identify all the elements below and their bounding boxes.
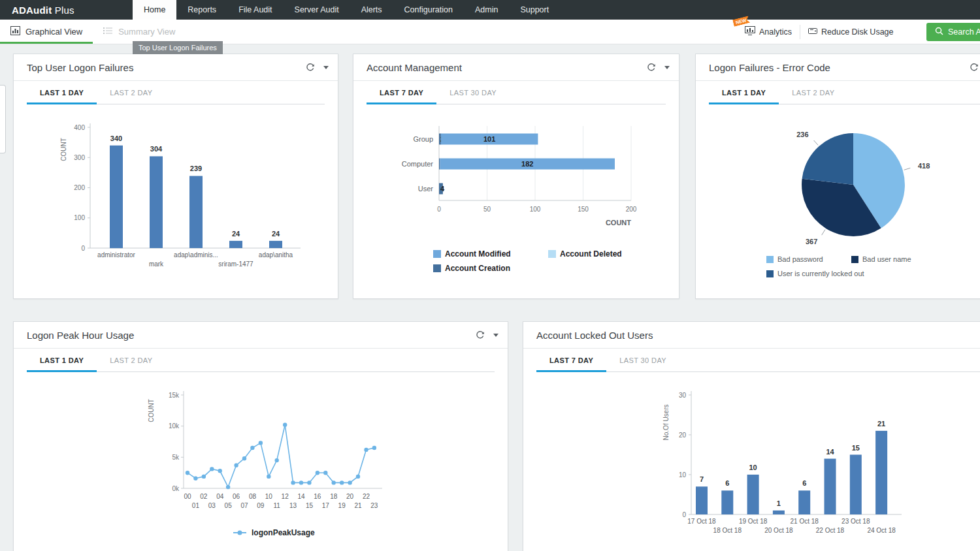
svg-text:23 Oct 18: 23 Oct 18	[841, 518, 870, 525]
svg-text:30: 30	[679, 392, 687, 399]
svg-text:10: 10	[265, 493, 273, 500]
svg-text:06: 06	[233, 493, 240, 500]
left-panel-handle[interactable]	[0, 85, 6, 153]
card-tabs: LAST 1 DAYLAST 2 DAY	[27, 81, 325, 104]
svg-text:150: 150	[578, 206, 589, 213]
chevron-down-icon[interactable]	[493, 334, 498, 337]
svg-text:18 Oct 18: 18 Oct 18	[713, 527, 742, 534]
svg-text:00: 00	[184, 493, 191, 500]
summary-view-button[interactable]: Summary View	[93, 20, 186, 44]
svg-text:adap\anitha: adap\anitha	[259, 251, 293, 259]
svg-text:Bad password: Bad password	[777, 255, 823, 263]
nav-item-configuration[interactable]: Configuration	[393, 0, 464, 20]
svg-text:04: 04	[216, 493, 224, 500]
tab-last-2-day[interactable]: LAST 2 DAY	[97, 349, 165, 372]
nav-item-admin[interactable]: Admin	[464, 0, 509, 20]
svg-text:15k: 15k	[169, 392, 180, 399]
svg-text:02: 02	[200, 493, 208, 500]
tab-last-7-day[interactable]: LAST 7 DAY	[367, 81, 436, 104]
reduce-disk-usage-button[interactable]: Reduce Disk Usage	[808, 26, 893, 37]
svg-text:300: 300	[74, 154, 85, 161]
svg-text:Account Modified: Account Modified	[445, 249, 511, 259]
svg-text:03: 03	[208, 502, 216, 509]
svg-text:400: 400	[74, 124, 85, 131]
card-title: Account Locked Out Users	[536, 330, 653, 341]
card-actions	[647, 63, 670, 72]
chevron-down-icon[interactable]	[664, 66, 670, 69]
nav-item-alerts[interactable]: Alerts	[350, 0, 393, 20]
nav-item-home[interactable]: Home	[133, 0, 176, 20]
svg-text:239: 239	[190, 165, 202, 172]
tab-last-2-day[interactable]: LAST 2 DAY	[97, 81, 165, 104]
card-header: Logon Failures - Error Code	[696, 54, 980, 81]
svg-text:COUNT: COUNT	[606, 219, 631, 227]
svg-text:19: 19	[338, 502, 346, 509]
svg-text:Account Creation: Account Creation	[445, 264, 510, 273]
tab-last-2-day[interactable]: LAST 2 DAY	[779, 81, 847, 104]
search-archives-button[interactable]: Search Arc	[926, 23, 980, 41]
analytics-button[interactable]: NEW Analytics	[745, 26, 792, 37]
svg-text:200: 200	[74, 184, 85, 191]
svg-text:08: 08	[249, 493, 257, 500]
tab-last-7-day[interactable]: LAST 7 DAY	[536, 349, 606, 372]
summary-view-tooltip: Top User Logon Failures	[133, 41, 223, 54]
svg-text:50: 50	[483, 206, 491, 213]
search-icon	[935, 27, 943, 37]
svg-text:10: 10	[749, 464, 757, 471]
svg-text:No.Of Users: No.Of Users	[662, 404, 670, 440]
svg-text:18: 18	[330, 493, 338, 500]
tab-last-30-day[interactable]: LAST 30 DAY	[606, 349, 679, 372]
svg-text:adap\adminis...: adap\adminis...	[174, 251, 218, 259]
nav-item-reports[interactable]: Reports	[176, 0, 227, 20]
card-account-management: Account Management LAST 7 DAYLAST 30 DAY…	[353, 54, 679, 299]
svg-text:User: User	[418, 185, 434, 193]
chevron-down-icon[interactable]	[323, 66, 329, 69]
svg-text:7: 7	[700, 475, 704, 483]
svg-text:07: 07	[240, 502, 248, 509]
svg-text:01: 01	[192, 502, 200, 509]
card-tabs: LAST 1 DAYLAST 2 DAY	[709, 81, 980, 104]
main-nav: HomeReportsFile AuditServer AuditAlertsC…	[133, 0, 560, 20]
reduce-disk-usage-label: Reduce Disk Usage	[821, 27, 893, 37]
card-header: Logon Peak Hour Usage	[14, 322, 508, 349]
svg-text:0: 0	[81, 245, 85, 252]
card-logon-failures-error-code: Logon Failures - Error Code LAST 1 DAYLA…	[695, 54, 980, 299]
tab-last-30-day[interactable]: LAST 30 DAY	[436, 81, 510, 104]
nav-item-server-audit[interactable]: Server Audit	[284, 0, 350, 20]
svg-text:24: 24	[232, 230, 240, 238]
svg-text:101: 101	[483, 135, 495, 143]
refresh-icon[interactable]	[476, 330, 485, 339]
nav-item-support[interactable]: Support	[509, 0, 560, 20]
tab-last-1-day[interactable]: LAST 1 DAY	[27, 81, 97, 104]
card-top-user-logon-failures: Top User Logon Failures LAST 1 DAYLAST 2…	[13, 54, 338, 299]
svg-text:20 Oct 18: 20 Oct 18	[764, 527, 793, 534]
toolbar: Graphical View Summary View Top User Log…	[0, 20, 980, 44]
card-account-locked-out-users: Account Locked Out Users LAST 7 DAYLAST …	[523, 321, 980, 551]
svg-text:304: 304	[150, 145, 163, 153]
card-title: Logon Failures - Error Code	[709, 62, 830, 73]
svg-text:11: 11	[274, 502, 281, 509]
svg-text:1: 1	[777, 499, 781, 507]
nav-item-file-audit[interactable]: File Audit	[227, 0, 283, 20]
card-logon-peak-hour-usage: Logon Peak Hour Usage LAST 1 DAYLAST 2 D…	[13, 321, 508, 551]
svg-text:12: 12	[282, 493, 289, 500]
svg-text:09: 09	[257, 502, 265, 509]
refresh-icon[interactable]	[970, 63, 979, 72]
tab-last-1-day[interactable]: LAST 1 DAY	[709, 81, 779, 104]
refresh-icon[interactable]	[647, 63, 656, 72]
svg-text:10: 10	[679, 471, 687, 479]
svg-text:14: 14	[826, 448, 834, 456]
svg-text:21: 21	[354, 502, 362, 509]
svg-text:24 Oct 18: 24 Oct 18	[867, 527, 896, 534]
card-header: Account Management	[353, 54, 679, 81]
refresh-icon[interactable]	[306, 63, 315, 72]
dashboard: Top User Logon Failures LAST 1 DAYLAST 2…	[0, 44, 980, 551]
graphical-view-button[interactable]: Graphical View	[0, 20, 93, 44]
card-actions	[476, 330, 498, 339]
tab-last-1-day[interactable]: LAST 1 DAY	[27, 349, 97, 372]
toolbar-divider	[800, 25, 800, 39]
app-logo[interactable]: ADAudit Plus	[0, 0, 133, 20]
svg-text:16: 16	[314, 493, 321, 500]
svg-text:logonPeakUsage: logonPeakUsage	[252, 528, 315, 537]
svg-text:User is currently locked out: User is currently locked out	[777, 270, 864, 277]
